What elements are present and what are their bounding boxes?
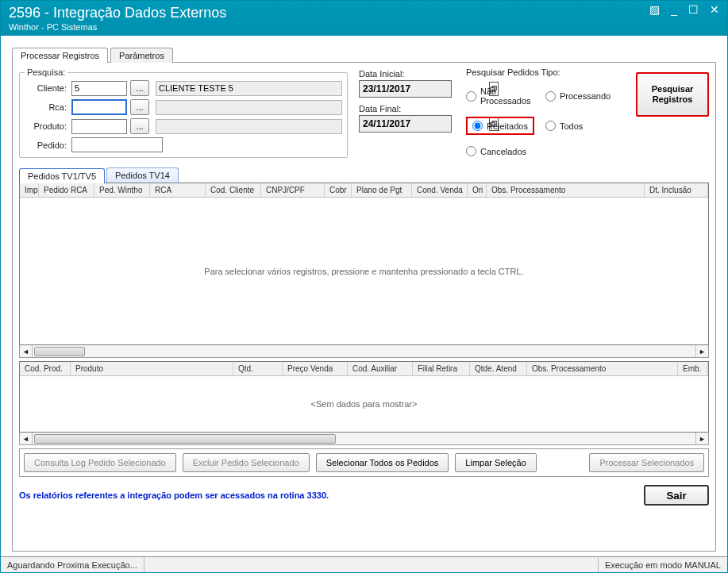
- selecionar-todos-button[interactable]: Selecionar Todos os Pedidos: [316, 453, 449, 472]
- statusbar: Aguardando Proxima Execução... Execução …: [1, 556, 727, 572]
- col-dt-inclusao[interactable]: Dt. Inclusão: [645, 183, 708, 197]
- col-cond-venda[interactable]: Cond. Venda: [412, 183, 468, 197]
- radio-todos-input[interactable]: [545, 121, 556, 131]
- col-emb[interactable]: Emb.: [678, 362, 708, 375]
- radio-processando-input[interactable]: [545, 91, 556, 102]
- col-produto[interactable]: Produto: [71, 362, 233, 375]
- data-final-field[interactable]: 🗊: [359, 115, 452, 133]
- col-ori[interactable]: Ori: [468, 183, 487, 197]
- cliente-lookup-button[interactable]: ...: [130, 80, 149, 96]
- col-filial-retira[interactable]: Filial Retira: [413, 362, 470, 375]
- radio-nao-processados[interactable]: Não Processados: [466, 87, 542, 106]
- rca-desc-display: [156, 100, 342, 115]
- col-cod-auxiliar[interactable]: Cod. Auxiliar: [348, 362, 413, 375]
- radio-cancelados-label: Cancelados: [480, 147, 526, 156]
- scroll-left-icon[interactable]: ◄: [20, 433, 33, 444]
- produto-desc-display: [156, 119, 342, 134]
- grid2-hscroll[interactable]: ◄ ►: [19, 433, 709, 445]
- col-ped-wintho[interactable]: Ped. Wintho: [94, 183, 150, 197]
- produto-codigo-input[interactable]: [71, 119, 127, 134]
- produto-lookup-button[interactable]: ...: [130, 118, 149, 134]
- col-obs-proc[interactable]: Obs. Processamento: [527, 362, 678, 375]
- col-cod-cliente[interactable]: Cod. Cliente: [206, 183, 261, 197]
- radio-cancelados[interactable]: Cancelados: [466, 146, 542, 156]
- tab-pedidos-tv1-tv5[interactable]: Pedidos TV1/TV5: [19, 168, 105, 183]
- radio-cancelados-input[interactable]: [466, 146, 476, 156]
- grid-registros[interactable]: Imp Pedido RCA Ped. Wintho RCA Cod. Clie…: [19, 183, 709, 345]
- maximize-button[interactable]: ☐: [685, 2, 702, 17]
- data-inicial-label: Data Inicial:: [359, 69, 452, 79]
- limpar-selecao-button[interactable]: Limpar Seleção: [455, 453, 536, 472]
- close-button[interactable]: ✕: [707, 2, 722, 17]
- titlebar: 2596 - Integração Dados Externos Winthor…: [1, 1, 727, 36]
- radio-processando-label: Processando: [560, 91, 611, 101]
- col-qtd[interactable]: Qtd.: [233, 362, 283, 375]
- consulta-log-button[interactable]: Consulta Log Pedido Selecionado: [24, 453, 176, 472]
- scroll-right-icon[interactable]: ►: [695, 345, 708, 357]
- col-cobr[interactable]: Cobr: [325, 183, 352, 197]
- grid-hscroll[interactable]: ◄ ►: [19, 345, 709, 358]
- sair-button[interactable]: Sair: [644, 485, 709, 506]
- status-right: Execução em modo MANUAL: [598, 557, 727, 572]
- radio-todos[interactable]: Todos: [545, 117, 622, 135]
- scroll-right-icon[interactable]: ►: [695, 433, 708, 444]
- grid-empty-text: <Sem dados para mostrar>: [20, 376, 708, 432]
- col-rca[interactable]: RCA: [150, 183, 206, 197]
- rca-lookup-button[interactable]: ...: [130, 99, 149, 115]
- main-panel: Pesquisa: Cliente: ... Rca: ... Produto:…: [12, 62, 716, 552]
- radio-rejeitados-input[interactable]: [472, 121, 483, 131]
- col-cnpj-cpf[interactable]: CNPJ/CPF: [261, 183, 325, 197]
- tipo-legend: Pesquisar Pedidos Tipo:: [466, 67, 622, 77]
- scroll-left-icon[interactable]: ◄: [20, 345, 33, 357]
- col-preco-venda[interactable]: Preço Venda: [283, 362, 348, 375]
- radio-processando[interactable]: Processando: [545, 87, 622, 106]
- radio-todos-label: Todos: [560, 121, 583, 131]
- actions-bar: Consulta Log Pedido Selecionado Excluir …: [19, 448, 709, 477]
- cliente-codigo-input[interactable]: [71, 81, 127, 96]
- grid-produtos[interactable]: Cod. Prod. Produto Qtd. Preço Venda Cod.…: [19, 361, 709, 433]
- radio-nao-processados-label: Não Processados: [480, 87, 542, 106]
- radio-rejeitados-label: Rejeitados: [487, 121, 528, 131]
- processar-selecionados-button[interactable]: Processar Selecionados: [589, 453, 704, 472]
- minimize-button[interactable]: _: [668, 2, 680, 17]
- main-tabstrip: Processar Registros Parâmetros: [12, 47, 716, 62]
- rca-label: Rca:: [25, 102, 68, 112]
- scroll-thumb[interactable]: [34, 347, 85, 356]
- sub-tabstrip: Pedidos TV1/TV5 Pedidos TV14: [19, 167, 709, 183]
- excluir-button[interactable]: Excluir Pedido Selecionado: [183, 453, 310, 472]
- window-subtitle: Winthor - PC Sistemas: [9, 22, 226, 32]
- produto-label: Produto:: [25, 121, 68, 131]
- dates-block: Data Inicial: 🗊 Data Final: 🗊: [359, 67, 452, 158]
- pesquisa-legend: Pesquisa:: [25, 67, 67, 77]
- tab-parametros[interactable]: Parâmetros: [110, 48, 173, 63]
- grid-hint: Para selecionar vários registros, pressi…: [20, 198, 708, 344]
- info-text: Os relatórios referentes a integração po…: [19, 490, 329, 500]
- scroll-thumb[interactable]: [34, 434, 336, 444]
- cliente-desc-display: [156, 81, 342, 96]
- col-obs[interactable]: Obs. Processamento: [487, 183, 645, 197]
- col-imp[interactable]: Imp: [20, 183, 39, 197]
- tab-pedidos-tv14[interactable]: Pedidos TV14: [106, 167, 179, 183]
- cliente-label: Cliente:: [25, 83, 68, 93]
- radio-nao-processados-input[interactable]: [466, 91, 476, 102]
- window-title: 2596 - Integração Dados Externos: [9, 5, 226, 21]
- col-cod-prod[interactable]: Cod. Prod.: [20, 362, 71, 375]
- tab-processar-registros[interactable]: Processar Registros: [12, 48, 108, 63]
- rca-codigo-input[interactable]: [71, 99, 127, 115]
- edit-icon[interactable]: ▨: [646, 2, 663, 17]
- status-left: Aguardando Proxima Execução...: [1, 557, 144, 572]
- pedido-label: Pedido:: [25, 140, 68, 150]
- app-window: 2596 - Integração Dados Externos Winthor…: [0, 0, 728, 573]
- pedido-input[interactable]: [71, 137, 163, 152]
- pesquisa-group: Pesquisa: Cliente: ... Rca: ... Produto:…: [19, 67, 348, 158]
- tipo-group: Pesquisar Pedidos Tipo: Não Processados …: [463, 67, 625, 158]
- data-inicial-field[interactable]: 🗊: [359, 80, 452, 98]
- col-plano-pgt[interactable]: Plano de Pgt: [352, 183, 412, 197]
- col-qtde-atend[interactable]: Qtde. Atend: [470, 362, 527, 375]
- radio-rejeitados[interactable]: Rejeitados: [472, 121, 528, 131]
- data-final-label: Data Final:: [359, 104, 452, 113]
- pesquisar-registros-button[interactable]: Pesquisar Registros: [636, 72, 709, 117]
- col-pedido-rca[interactable]: Pedido RCA: [39, 183, 94, 197]
